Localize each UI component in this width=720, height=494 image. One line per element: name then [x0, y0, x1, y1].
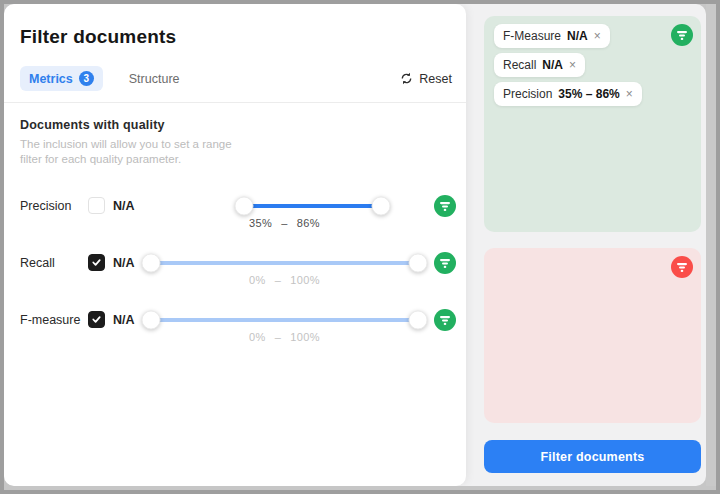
na-checkbox[interactable]: [88, 254, 105, 271]
tag-label: Recall: [503, 58, 536, 72]
checkmark-icon: [91, 314, 102, 325]
slider-thumb-max[interactable]: [409, 311, 428, 330]
included-tags: F-Measure N/A × Recall N/A × Precision 3…: [494, 24, 691, 111]
checkmark-icon: [91, 257, 102, 268]
filter-icon[interactable]: [671, 24, 693, 46]
tag-value: N/A: [542, 58, 563, 72]
range-value-text: 0%–100%: [151, 274, 418, 286]
quality-section-header: Documents with quality The inclusion wil…: [20, 118, 450, 166]
filter-row-f-measure: F-measure N/A 0%–100%: [4, 309, 466, 366]
tag-label: F-Measure: [503, 29, 561, 43]
tab-structure[interactable]: Structure: [129, 72, 180, 86]
na-checkbox[interactable]: [88, 197, 105, 214]
tabs-row: Metrics 3 Structure Reset: [20, 65, 452, 92]
tag-value: N/A: [567, 29, 588, 43]
close-icon[interactable]: ×: [626, 87, 633, 101]
row-label: Recall: [20, 252, 88, 270]
filter-rows: Precision N/A 35%–86%: [4, 166, 466, 366]
filter-row-recall: Recall N/A 0%–100%: [4, 252, 466, 309]
slider-thumb-min[interactable]: [142, 311, 161, 330]
slider-thumb-min[interactable]: [142, 254, 161, 273]
reset-label: Reset: [419, 72, 452, 86]
na-label: N/A: [113, 252, 141, 270]
refresh-icon: [400, 72, 413, 85]
range-slider[interactable]: 0%–100%: [151, 309, 418, 359]
filter-panel: Filter documents Metrics 3 Structure Res…: [4, 4, 466, 486]
tab-metrics-badge: 3: [79, 71, 94, 86]
filter-icon[interactable]: [434, 309, 456, 331]
filter-tag: Precision 35% – 86% ×: [494, 82, 642, 106]
range-slider[interactable]: 35%–86%: [151, 195, 418, 245]
na-checkbox[interactable]: [88, 311, 105, 328]
na-label: N/A: [113, 309, 141, 327]
filter-tag: Recall N/A ×: [494, 53, 585, 77]
slider-thumb-max[interactable]: [409, 254, 428, 273]
section-description: The inclusion will allow you to set a ra…: [20, 137, 450, 166]
filter-modal: Filter documents Metrics 3 Structure Res…: [4, 4, 706, 486]
excluded-filters-box: [484, 248, 701, 424]
tab-metrics[interactable]: Metrics 3: [20, 66, 103, 91]
slider-thumb-min[interactable]: [235, 197, 254, 216]
filter-documents-button[interactable]: Filter documents: [484, 440, 701, 473]
close-icon[interactable]: ×: [569, 58, 576, 72]
filter-tag: F-Measure N/A ×: [494, 24, 610, 48]
filter-icon[interactable]: [434, 195, 456, 217]
tag-value: 35% – 86%: [558, 87, 619, 101]
range-value-text: 35%–86%: [151, 217, 418, 229]
slider-fill: [151, 261, 418, 265]
row-label: Precision: [20, 195, 88, 213]
tab-metrics-label: Metrics: [29, 72, 73, 86]
close-icon[interactable]: ×: [594, 29, 601, 43]
scrollbar-track[interactable]: [706, 4, 716, 486]
range-value-text: 0%–100%: [151, 331, 418, 343]
tabs-divider: [4, 102, 466, 103]
section-heading: Documents with quality: [20, 118, 450, 132]
filter-row-precision: Precision N/A 35%–86%: [4, 195, 466, 252]
preview-panel: F-Measure N/A × Recall N/A × Precision 3…: [466, 4, 706, 486]
tag-label: Precision: [503, 87, 552, 101]
slider-fill: [244, 204, 380, 208]
range-slider[interactable]: 0%–100%: [151, 252, 418, 302]
filter-icon[interactable]: [671, 256, 693, 278]
page-title: Filter documents: [20, 26, 466, 48]
reset-button[interactable]: Reset: [400, 72, 452, 86]
filter-icon[interactable]: [434, 252, 456, 274]
row-label: F-measure: [20, 309, 88, 327]
included-filters-box: F-Measure N/A × Recall N/A × Precision 3…: [484, 16, 701, 232]
slider-fill: [151, 318, 418, 322]
na-label: N/A: [113, 195, 141, 213]
slider-thumb-max[interactable]: [371, 197, 390, 216]
